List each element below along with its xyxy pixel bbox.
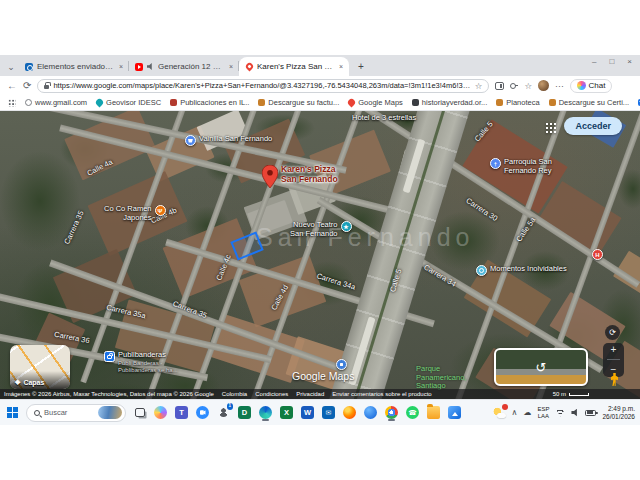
taskbar-app-store[interactable] — [363, 404, 378, 421]
onedrive-icon[interactable]: ☁ — [523, 408, 531, 417]
weather-widget-icon[interactable] — [492, 406, 506, 419]
bookmark-label: www.gmail.com — [35, 98, 87, 107]
attribution-text: Imágenes © 2026 Airbus, Maxar Technologi… — [4, 391, 214, 397]
volume-icon[interactable] — [571, 409, 579, 417]
bookmark-3[interactable]: Publicaciones en IL.. — [170, 98, 249, 107]
bookmark-label: historiayverdad.or... — [422, 98, 487, 107]
tab-title: Generación 12 Ft. Sofia Manci — [158, 62, 225, 71]
close-button[interactable]: × — [627, 57, 632, 66]
compass-control[interactable]: ⟳ — [605, 325, 620, 340]
audio-playing-icon[interactable] — [147, 63, 154, 70]
poi-sublabel-line: Publi Banderas - — [118, 360, 178, 367]
google-maps-watermark: Google Maps — [292, 370, 354, 382]
lock-icon[interactable] — [44, 85, 49, 89]
copilot-icon — [154, 406, 167, 419]
tab-1[interactable]: Elementos enviados: juan carlos ro× — [19, 57, 129, 76]
clock[interactable]: 2:49 p.m. 26/01/2026 — [602, 405, 635, 420]
bookmark-star-icon[interactable]: ☆ — [475, 81, 483, 91]
attribution-link[interactable]: Enviar comentarios sobre el producto — [332, 391, 431, 397]
more-menu-icon[interactable]: ⋯ — [555, 81, 564, 91]
poi-hotel[interactable]: Hotel de 3 estrellas — [352, 114, 416, 123]
language-indicator[interactable]: ESP LAA — [537, 406, 549, 419]
poi-karens-pizza[interactable]: Karen's PizzaSan Fernando — [262, 165, 338, 188]
outlook-icon — [322, 406, 335, 419]
taskbar-app-app-d[interactable] — [237, 404, 252, 421]
bookmark-5[interactable]: Google Maps — [348, 98, 403, 107]
taskbar-app-excel[interactable] — [279, 404, 294, 421]
zoom-control[interactable]: + − — [603, 343, 624, 377]
transit-glyph — [340, 363, 344, 367]
map-canvas[interactable]: San Fernando Acceder ◈ Capas ↺ ⟳ + − Goo… — [0, 111, 640, 399]
bookmark-8[interactable]: Descargue su Certi... — [549, 98, 629, 107]
bookmark-4[interactable]: Descargue su factu... — [258, 98, 339, 107]
password-manager-icon[interactable] — [510, 82, 518, 90]
pin-teal-icon — [95, 98, 105, 108]
apps-grid-icon[interactable] — [8, 99, 16, 107]
poi-publibanderas[interactable]: PublibanderasPubli Banderas -Publibander… — [104, 351, 178, 374]
taskbar-app-file-explorer[interactable] — [426, 404, 441, 421]
address-bar[interactable]: https://www.google.com/maps/place/Karen'… — [37, 79, 489, 93]
running-indicator — [262, 419, 269, 421]
bookmark-7[interactable]: Planoteca — [496, 98, 539, 107]
taskbar-app-teams-chat[interactable]: 1 — [216, 404, 231, 421]
tab-close-icon[interactable]: × — [119, 63, 123, 70]
attribution-link[interactable]: Condiciones — [255, 391, 288, 397]
street-view-arrow-icon: ↺ — [536, 360, 547, 375]
attribution-link[interactable]: Privacidad — [296, 391, 324, 397]
sign-in-button[interactable]: Acceder — [564, 117, 622, 135]
bookmark-6[interactable]: historiayverdad.or... — [412, 98, 487, 107]
extension-icon[interactable]: ☆ — [524, 81, 532, 91]
taskbar-app-copilot[interactable] — [153, 404, 168, 421]
poi-parroquia[interactable]: †Parroquia SanFernando Rey — [490, 158, 552, 175]
box-orange-icon — [258, 99, 265, 106]
maps-pin-favicon — [245, 61, 255, 71]
new-tab-button[interactable]: + — [354, 59, 368, 73]
bookmark-label: Publicaciones en IL.. — [180, 98, 249, 107]
poi-nuevo-teatro[interactable]: ★Nuevo TeatroSan Fernando — [290, 221, 352, 238]
taskbar: Buscar 1 ∧ ☁ ESP LAA 2:49 p.m. 26/01/202… — [0, 399, 640, 425]
taskbar-app-teams[interactable] — [174, 404, 189, 421]
tab-3[interactable]: Karen's Pizza San Fernando - Goo× — [239, 57, 349, 76]
google-apps-icon[interactable] — [545, 122, 556, 133]
poi-momentos[interactable]: Momentos Inolvidables — [476, 265, 567, 276]
taskbar-app-edge[interactable] — [258, 404, 273, 421]
profile-avatar[interactable] — [538, 80, 549, 91]
chat-extension-button[interactable]: Chat — [570, 79, 613, 93]
zoom-in-button[interactable]: + — [611, 345, 617, 355]
minimize-button[interactable]: – — [592, 57, 596, 66]
tab-close-icon[interactable]: × — [339, 63, 343, 70]
tab-close-icon[interactable]: × — [229, 63, 233, 70]
battery-icon[interactable] — [585, 410, 596, 416]
tab-search-icon[interactable]: ⌄ — [4, 59, 18, 74]
back-button[interactable]: ← — [7, 81, 17, 91]
side-panel-icon[interactable] — [495, 82, 504, 90]
edge-icon — [259, 406, 272, 419]
refresh-button[interactable]: ⟳ — [23, 81, 31, 91]
wifi-icon[interactable] — [555, 409, 565, 417]
attribution-link[interactable]: Colombia — [222, 391, 247, 397]
poi-transit-station[interactable] — [336, 359, 347, 370]
layers-control[interactable]: ◈ Capas — [10, 345, 70, 389]
bookmark-1[interactable]: www.gmail.com — [25, 98, 87, 107]
tray-overflow-icon[interactable]: ∧ — [512, 408, 518, 417]
poi-label: Vainilla San Fernando — [199, 135, 272, 144]
taskbar-app-word[interactable] — [300, 404, 315, 421]
taskbar-app-outlook[interactable] — [321, 404, 336, 421]
poi-hospital[interactable]: H — [592, 249, 603, 260]
taskbar-app-chrome[interactable] — [384, 404, 399, 421]
taskbar-search[interactable]: Buscar — [26, 404, 126, 422]
street-view-thumbnail[interactable]: ↺ — [494, 348, 588, 386]
poi-coco-ramen[interactable]: ΨCo Co RamenJaponés — [104, 205, 166, 222]
taskbar-app-task-view[interactable] — [132, 404, 147, 421]
taskbar-app-whatsapp[interactable] — [405, 404, 420, 421]
bookmark-2[interactable]: Geovisor IDESC — [96, 98, 161, 107]
maximize-button[interactable]: □ — [609, 57, 614, 66]
taskbar-app-firefox[interactable] — [342, 404, 357, 421]
tab-2[interactable]: Generación 12 Ft. Sofia Manci× — [129, 57, 239, 76]
start-button[interactable] — [5, 404, 20, 421]
bookmark-items: www.gmail.comGeovisor IDESCPublicaciones… — [25, 98, 640, 107]
taskbar-app-photos[interactable] — [447, 404, 462, 421]
poi-parque[interactable]: ParquePanamericano,Santiago — [416, 365, 466, 391]
poi-vainilla[interactable]: Vainilla San Fernando — [185, 135, 272, 146]
taskbar-app-zoom[interactable] — [195, 404, 210, 421]
